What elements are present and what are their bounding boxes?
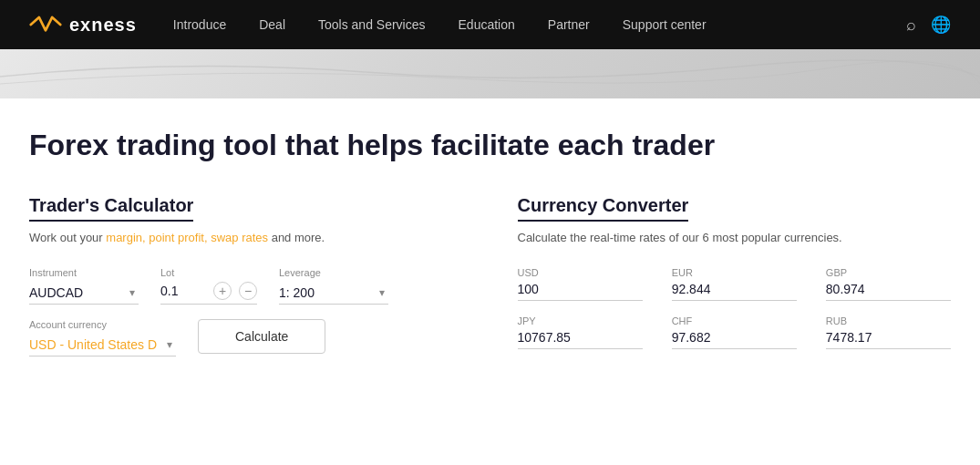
currency-grid: USD EUR 92.844 GBP 80.974 JPY 10767.85	[518, 267, 952, 364]
currency-value-jpy: 10767.85	[518, 330, 643, 349]
account-currency-select[interactable]: USD - United States D	[29, 334, 176, 356]
instrument-group: Instrument AUDCAD	[29, 267, 139, 305]
currency-converter-section: Currency Converter Calculate the real-ti…	[518, 195, 952, 371]
leverage-group: Leverage 1: 200	[279, 267, 388, 305]
currency-label-gbp: GBP	[826, 267, 951, 278]
account-currency-label: Account currency	[29, 319, 176, 330]
nav-partner[interactable]: Partner	[548, 17, 590, 32]
nav-links: Introduce Deal Tools and Services Educat…	[173, 17, 906, 32]
nav-introduce[interactable]: Introduce	[173, 17, 226, 32]
highlight-text: margin, point profit, swap rates	[106, 231, 268, 244]
currency-label-eur: EUR	[672, 267, 797, 278]
logo-text: exness	[69, 15, 137, 36]
currency-label-jpy: JPY	[518, 315, 643, 326]
lot-wrapper: + −	[160, 282, 257, 305]
currency-item-usd: USD	[518, 267, 643, 301]
nav-support-center[interactable]: Support center	[623, 17, 707, 32]
globe-icon[interactable]: 🌐	[931, 15, 951, 35]
tools-grid: Trader's Calculator Work out your margin…	[29, 195, 951, 371]
lot-input[interactable]	[160, 284, 206, 298]
currency-label-chf: CHF	[672, 315, 797, 326]
currency-value-chf: 97.682	[672, 330, 797, 349]
currency-item-rub: RUB 7478.17	[826, 315, 951, 349]
calculate-button[interactable]: Calculate	[198, 319, 325, 354]
calculator-desc: Work out your margin, point profit, swap…	[29, 229, 463, 247]
account-currency-select-wrapper: USD - United States D	[29, 334, 176, 356]
currency-item-gbp: GBP 80.974	[826, 267, 951, 301]
nav-tools-and-services[interactable]: Tools and Services	[318, 17, 426, 32]
nav-actions: ⌕ 🌐	[906, 15, 951, 35]
calculator-title: Trader's Calculator	[29, 195, 193, 222]
currency-label-usd: USD	[518, 267, 643, 278]
leverage-label: Leverage	[279, 267, 388, 278]
search-icon[interactable]: ⌕	[906, 16, 916, 35]
nav-education[interactable]: Education	[459, 17, 515, 32]
hero-banner	[0, 49, 980, 98]
currency-label-rub: RUB	[826, 315, 951, 326]
leverage-select-wrapper: 1: 200	[279, 282, 388, 305]
currency-value-gbp: 80.974	[826, 282, 951, 301]
logo-icon	[29, 14, 62, 36]
navbar: exness Introduce Deal Tools and Services…	[0, 0, 980, 49]
currency-item-jpy: JPY 10767.85	[518, 315, 643, 349]
instrument-label: Instrument	[29, 267, 139, 278]
instrument-select[interactable]: AUDCAD	[29, 282, 139, 305]
page-headline: Forex trading tool that helps facilitate…	[29, 128, 951, 162]
lot-label: Lot	[160, 267, 257, 278]
instrument-select-wrapper: AUDCAD	[29, 282, 139, 305]
currency-value-rub: 7478.17	[826, 330, 951, 349]
nav-deal[interactable]: Deal	[259, 17, 285, 32]
account-row: Account currency USD - United States D C…	[29, 319, 463, 356]
calc-row-1: Instrument AUDCAD Lot + −	[29, 267, 463, 305]
lot-decrease-btn[interactable]: −	[239, 282, 257, 300]
currency-item-eur: EUR 92.844	[672, 267, 797, 301]
lot-increase-btn[interactable]: +	[213, 282, 232, 300]
converter-desc: Calculate the real-time rates of our 6 m…	[518, 229, 952, 247]
currency-value-eur: 92.844	[672, 282, 797, 301]
main-content: Forex trading tool that helps facilitate…	[0, 98, 980, 408]
leverage-select[interactable]: 1: 200	[279, 282, 388, 305]
logo[interactable]: exness	[29, 14, 137, 36]
lot-group: Lot + −	[160, 267, 257, 305]
traders-calculator-section: Trader's Calculator Work out your margin…	[29, 195, 463, 371]
currency-input-usd[interactable]	[518, 282, 643, 301]
currency-item-chf: CHF 97.682	[672, 315, 797, 349]
calculator-form: Instrument AUDCAD Lot + −	[29, 267, 463, 371]
account-currency-group: Account currency USD - United States D	[29, 319, 176, 356]
converter-title: Currency Converter	[518, 195, 689, 222]
